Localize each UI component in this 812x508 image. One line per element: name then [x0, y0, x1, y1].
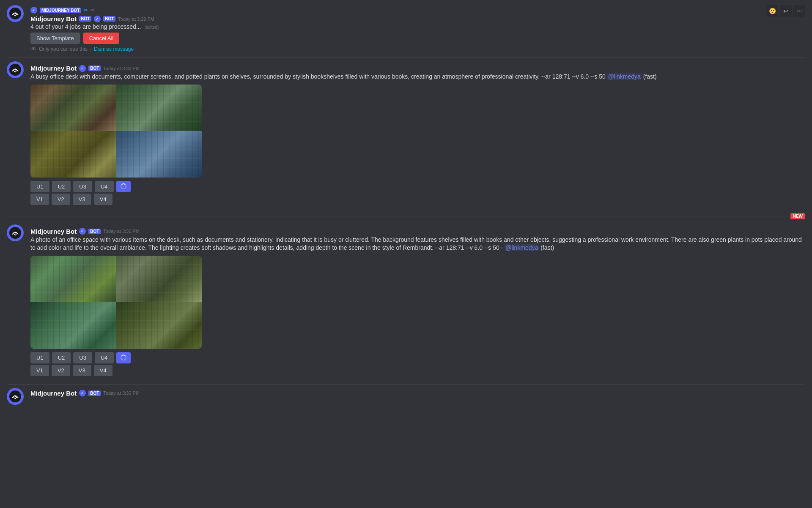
- image-cell-1-4[interactable]: [116, 131, 202, 178]
- image-cell-1-2[interactable]: [116, 85, 202, 131]
- u1-button-2[interactable]: U1: [30, 352, 49, 363]
- bot-tag-2: BOT: [88, 229, 101, 234]
- bot-tag-1: BOT: [88, 66, 101, 71]
- u4-button-2[interactable]: U4: [95, 352, 114, 363]
- avatar: [7, 5, 24, 22]
- message-header-3: Midjourney Bot ✓ BOT Today at 3:30 PM: [30, 390, 805, 397]
- upscale-buttons-2: U1 U2 U3 U4: [30, 352, 805, 363]
- avatar-1: [7, 61, 24, 78]
- v2-button-1[interactable]: V2: [52, 194, 70, 205]
- avatar-2: [7, 224, 24, 241]
- bot-username-1: Midjourney Bot: [30, 65, 77, 72]
- verified-check-icon: ✓: [30, 7, 37, 14]
- bot-tag-top: Midjourney Bot: [40, 8, 81, 13]
- avatar-3: [7, 388, 24, 405]
- u2-button-1[interactable]: U2: [52, 181, 71, 192]
- image-cell-2-1[interactable]: [30, 256, 116, 302]
- svg-point-1: [15, 13, 16, 14]
- show-template-button[interactable]: Show Template: [30, 33, 80, 44]
- system-note-text: Only you can see this: [39, 46, 88, 52]
- spinner-icon-1: [121, 183, 126, 189]
- cancel-all-button[interactable]: Cancel All: [83, 33, 120, 44]
- new-divider: NEW: [0, 213, 812, 219]
- image-cell-2-2[interactable]: [116, 256, 202, 302]
- image-cell-2-3[interactable]: [30, 302, 116, 349]
- u4-button-1[interactable]: U4: [95, 181, 114, 192]
- speed-2: (fast): [540, 244, 554, 251]
- v3-button-1[interactable]: V3: [73, 194, 91, 205]
- dismiss-link[interactable]: Dismiss message: [94, 46, 134, 52]
- svg-point-5: [15, 232, 16, 233]
- image-cell-2-4[interactable]: [116, 302, 202, 349]
- image-cell-1-3[interactable]: [30, 131, 116, 178]
- message-header-1: Midjourney Bot ✓ BOT Today at 3:30 PM: [30, 65, 805, 72]
- bot-tag-3: BOT: [88, 391, 101, 396]
- timestamp-3: Today at 3:30 PM: [103, 391, 140, 396]
- avatar-wrapper-1: [7, 61, 24, 78]
- chat-container: ✓ Midjourney Bot ✏ ✏ Midjourney Bot BOT …: [0, 0, 812, 411]
- variation-buttons-2: V1 V2 V3 V4: [30, 365, 805, 376]
- spinner-icon-2: [121, 355, 126, 361]
- refresh-button-2[interactable]: [116, 352, 131, 363]
- message-group-3: Midjourney Bot ✓ BOT Today at 3:30 PM: [0, 386, 812, 406]
- image-cell-1-1[interactable]: [30, 85, 116, 131]
- bot-tag-processing: BOT: [79, 16, 91, 22]
- v4-button-2[interactable]: V4: [94, 365, 112, 376]
- edited-tag: (edited): [144, 25, 159, 30]
- v1-button-1[interactable]: V1: [30, 194, 49, 205]
- timestamp-2: Today at 3:30 PM: [103, 229, 140, 234]
- v2-button-2[interactable]: V2: [52, 365, 70, 376]
- message-actions-processing: 🙂 ↩ ⋯: [766, 5, 805, 17]
- verified-icon-processing: ✓: [94, 16, 101, 22]
- avatar-wrapper-2: [7, 224, 24, 241]
- upscale-buttons-1: U1 U2 U3 U4: [30, 181, 805, 192]
- processing-text: 4 out of your 4 jobs are being processed…: [30, 23, 805, 30]
- system-note: 👁 Only you can see this · Dismiss messag…: [30, 46, 805, 52]
- reply-btn[interactable]: ↩: [780, 5, 792, 17]
- more-options-btn[interactable]: ⋯: [793, 5, 805, 17]
- verified-2: ✓: [79, 228, 86, 235]
- timestamp-processing: Today at 3:29 PM: [118, 16, 154, 22]
- avatar-wrapper: [7, 5, 24, 22]
- u3-button-2[interactable]: U3: [73, 352, 92, 363]
- message-group-processing: ✓ Midjourney Bot ✏ ✏ Midjourney Bot BOT …: [0, 3, 812, 54]
- refresh-button-1[interactable]: [116, 181, 131, 192]
- message-header-processing: Midjourney Bot BOT ✓ BOT Today at 3:29 P…: [30, 15, 805, 22]
- u2-button-2[interactable]: U2: [52, 352, 71, 363]
- bot-username-3: Midjourney Bot: [30, 390, 77, 397]
- processing-action-row: Show Template Cancel All: [30, 33, 805, 44]
- avatar-wrapper-3: [7, 388, 24, 405]
- click-to-see-command[interactable]: ✏: [84, 7, 88, 13]
- eye-icon: 👁: [30, 46, 36, 52]
- v3-button-2[interactable]: V3: [73, 365, 91, 376]
- image-grid-2[interactable]: [30, 256, 202, 349]
- verified-3: ✓: [79, 390, 86, 396]
- mention-1: @linkmedya: [607, 73, 642, 80]
- v1-button-2[interactable]: V1: [30, 365, 49, 376]
- speed-1: (fast): [643, 73, 657, 80]
- message-content-2: A photo of an office space with various …: [30, 236, 805, 252]
- image-grid-1[interactable]: [30, 85, 202, 178]
- message-group-2: Midjourney Bot ✓ BOT Today at 3:30 PM A …: [0, 223, 812, 379]
- u1-button-1[interactable]: U1: [30, 181, 49, 192]
- variation-buttons-1: V1 V2 V3 V4: [30, 194, 805, 205]
- message-content-1: A busy office desk with documents, compu…: [30, 73, 805, 81]
- svg-point-3: [15, 69, 16, 71]
- edit-icon-top[interactable]: ✏: [91, 7, 95, 13]
- u3-button-1[interactable]: U3: [73, 181, 92, 192]
- bot-username-2: Midjourney Bot: [30, 228, 77, 235]
- emoji-reaction-btn[interactable]: 🙂: [766, 5, 778, 17]
- message-group-1: Midjourney Bot ✓ BOT Today at 3:30 PM A …: [0, 60, 812, 208]
- divider-line: [7, 216, 787, 216]
- bot-tag-processing-2: BOT: [103, 16, 115, 22]
- bot-username-processing: Midjourney Bot: [30, 15, 77, 22]
- svg-point-7: [15, 396, 16, 397]
- verified-1: ✓: [79, 65, 86, 72]
- new-badge: NEW: [790, 213, 805, 219]
- message-header-2: Midjourney Bot ✓ BOT Today at 3:30 PM: [30, 228, 805, 235]
- timestamp-1: Today at 3:30 PM: [103, 66, 140, 71]
- mention-2: @linkmedya: [505, 244, 539, 251]
- v4-button-1[interactable]: V4: [94, 194, 112, 205]
